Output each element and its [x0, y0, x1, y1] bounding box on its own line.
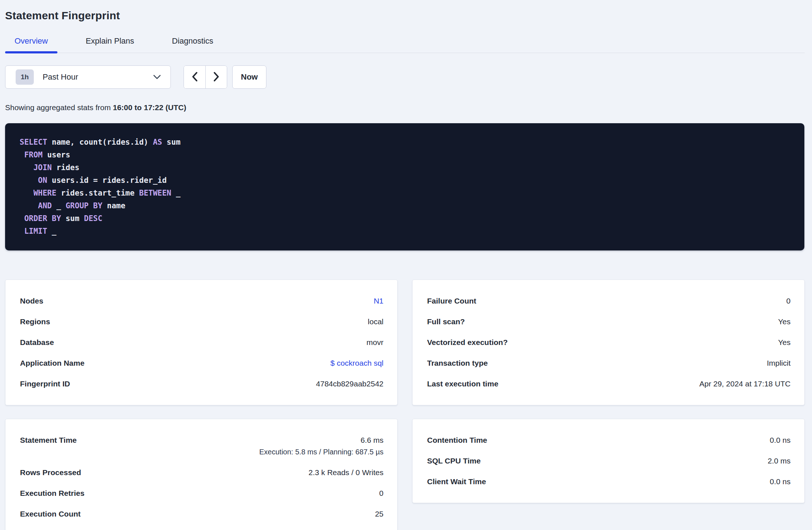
stat-value-link[interactable]: N1 — [374, 297, 383, 305]
sql-keyword: ON — [38, 176, 47, 185]
stat-value: 4784cb829aab2542 — [316, 380, 383, 388]
tab-diagnostics[interactable]: Diagnostics — [162, 36, 223, 53]
stat-value: Apr 29, 2024 at 17:18 UTC — [699, 380, 791, 388]
statement-details-card: NodesN1RegionslocalDatabasemovrApplicati… — [5, 280, 398, 405]
stat-label: Regions — [20, 317, 50, 326]
stat-label: Transaction type — [427, 359, 488, 368]
stat-subvalue: Execution: 5.8 ms / Planning: 687.5 µs — [259, 448, 383, 456]
sql-statement-box: SELECT name, count(rides.id) AS sum FROM… — [5, 123, 804, 250]
stat-row: NodesN1 — [20, 297, 383, 305]
stat-label: Rows Processed — [20, 468, 81, 477]
stat-label: Database — [20, 338, 54, 347]
sql-text: _ — [171, 189, 180, 197]
stat-value-wrap: Yes — [778, 317, 791, 326]
sql-keyword: SELECT — [20, 138, 47, 146]
stat-value-wrap: $ cockroach sql — [330, 359, 383, 368]
wait-times-card: Contention Time0.0 nsSQL CPU Time2.0 msC… — [412, 419, 805, 503]
stat-row: Fingerprint ID4784cb829aab2542 — [20, 380, 383, 388]
stat-row: Rows Processed2.3 k Reads / 0 Writes — [20, 468, 383, 477]
stat-row: Failure Count0 — [427, 297, 791, 305]
stat-value-wrap: 2.0 ms — [768, 457, 791, 465]
stat-label: Execution Retries — [20, 489, 84, 498]
page-title: Statement Fingerprint — [5, 9, 805, 22]
sql-text — [20, 163, 33, 172]
stat-label: Client Wait Time — [427, 477, 486, 486]
sql-line: JOIN rides — [20, 161, 790, 174]
sql-text: name — [102, 201, 125, 210]
stat-row: Full scan?Yes — [427, 317, 791, 326]
stat-value: 6.6 ms — [361, 436, 383, 444]
caption-time-range: 16:00 to 17:22 (UTC) — [113, 103, 186, 112]
sql-text — [20, 227, 24, 236]
time-range-label: Past Hour — [43, 72, 78, 82]
sql-text: users.id = rides.rider_id — [47, 176, 167, 185]
sql-text: users — [43, 150, 70, 159]
stats-card-grid: NodesN1RegionslocalDatabasemovrApplicati… — [5, 280, 805, 530]
sql-text — [20, 214, 24, 223]
sql-line: AND _ GROUP BY name — [20, 200, 790, 212]
stat-row: Execution Retries0 — [20, 489, 383, 498]
stat-label: Statement Time — [20, 436, 77, 445]
stat-value-link[interactable]: $ cockroach sql — [330, 359, 383, 367]
sql-text: sum — [61, 214, 84, 223]
sql-keyword: DESC — [84, 214, 102, 223]
stat-label: Vectorized execution? — [427, 338, 508, 347]
stat-value: movr — [366, 338, 383, 346]
stat-row: Execution Count25 — [20, 510, 383, 518]
now-button[interactable]: Now — [232, 65, 266, 89]
stat-value-wrap: 2.3 k Reads / 0 Writes — [309, 468, 383, 477]
sql-line: LIMIT _ — [20, 225, 790, 238]
stat-value-wrap: Yes — [778, 338, 791, 347]
previous-time-button[interactable] — [184, 66, 205, 88]
stat-value-wrap: 25 — [375, 510, 383, 518]
time-picker-row: 1h Past Hour Now — [5, 65, 805, 89]
interval-badge: 1h — [16, 69, 34, 85]
stat-value: 0 — [786, 297, 791, 305]
stat-row: SQL CPU Time2.0 ms — [427, 457, 791, 465]
next-time-button[interactable] — [205, 66, 227, 88]
execution-attributes-card: Failure Count0Full scan?YesVectorized ex… — [412, 280, 805, 405]
sql-keyword: LIMIT — [24, 227, 47, 236]
sql-text: name, count(rides.id) — [47, 138, 153, 146]
sql-keyword: FROM — [24, 150, 43, 159]
stat-value-wrap: Apr 29, 2024 at 17:18 UTC — [699, 380, 791, 388]
sql-text — [20, 176, 38, 185]
sql-keyword: AS — [153, 138, 162, 146]
stat-value: Yes — [778, 317, 791, 326]
stat-value: 0.0 ns — [770, 477, 791, 486]
stat-value: 25 — [375, 510, 383, 518]
stat-row: Vectorized execution?Yes — [427, 338, 791, 347]
stat-value: 2.3 k Reads / 0 Writes — [309, 468, 383, 477]
tab-bar: Overview Explain Plans Diagnostics — [5, 36, 805, 53]
stat-label: Last execution time — [427, 380, 498, 388]
sql-text: _ — [52, 201, 66, 210]
chevron-left-icon — [192, 72, 198, 83]
stat-value: Yes — [778, 338, 791, 346]
stat-value: 0 — [379, 489, 383, 497]
tab-overview[interactable]: Overview — [5, 36, 57, 53]
sql-line: ON users.id = rides.rider_id — [20, 174, 790, 187]
sql-text — [20, 150, 24, 159]
statement-fingerprint-page: Statement Fingerprint Overview Explain P… — [0, 0, 812, 530]
aggregated-stats-caption: Showing aggregated stats from 16:00 to 1… — [5, 103, 805, 112]
statement-timings-card: Statement Time6.6 msExecution: 5.8 ms / … — [5, 419, 398, 530]
stat-row: Statement Time6.6 msExecution: 5.8 ms / … — [20, 436, 383, 456]
stat-row: Last execution timeApr 29, 2024 at 17:18… — [427, 380, 791, 388]
sql-text — [20, 201, 38, 210]
time-range-dropdown[interactable]: 1h Past Hour — [5, 65, 171, 89]
stat-value-wrap: N1 — [374, 297, 383, 305]
sql-line: SELECT name, count(rides.id) AS sum — [20, 136, 790, 149]
caption-prefix: Showing aggregated stats from — [5, 103, 113, 112]
stat-value-wrap: 0 — [379, 489, 383, 498]
sql-text: _ — [47, 227, 56, 236]
stat-label: Application Name — [20, 359, 84, 368]
stat-label: Full scan? — [427, 317, 465, 326]
stat-value-wrap: local — [368, 317, 383, 326]
stat-label: SQL CPU Time — [427, 457, 481, 465]
sql-keyword: ORDER BY — [24, 214, 61, 223]
stat-value-wrap: 6.6 msExecution: 5.8 ms / Planning: 687.… — [259, 436, 383, 456]
stat-label: Fingerprint ID — [20, 380, 70, 388]
sql-keyword: GROUP BY — [65, 201, 102, 210]
tab-explain-plans[interactable]: Explain Plans — [76, 36, 144, 53]
stat-row: Databasemovr — [20, 338, 383, 347]
